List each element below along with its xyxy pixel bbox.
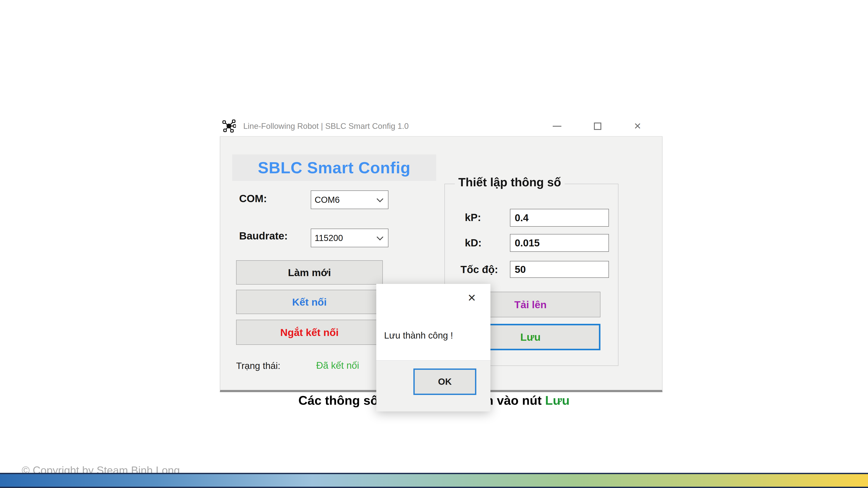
- parameters-group-title: Thiết lập thông số: [455, 175, 565, 189]
- dialog-close-button[interactable]: ✕: [463, 289, 480, 306]
- com-label: COM:: [239, 193, 267, 204]
- ok-button[interactable]: OK: [413, 368, 476, 395]
- dialog-message: Lưu thành công !: [384, 330, 453, 341]
- com-port-select[interactable]: COM6: [311, 190, 389, 209]
- connect-button[interactable]: Kết nối: [236, 290, 383, 314]
- upload-button-label: Tải lên: [514, 299, 547, 311]
- disconnect-button[interactable]: Ngắt kết nối: [236, 320, 383, 345]
- speed-input[interactable]: 50: [510, 261, 609, 278]
- kp-value: 0.4: [510, 212, 529, 224]
- save-success-dialog: ✕ Lưu thành công ! OK: [376, 284, 490, 412]
- footer-gradient-bar: [0, 473, 868, 488]
- app-window: Line-Following Robot | SBLC Smart Config…: [220, 116, 662, 392]
- app-banner-text: SBLC Smart Config: [258, 159, 410, 177]
- kd-label: kD:: [465, 237, 482, 249]
- chevron-down-icon: [376, 234, 383, 240]
- window-title: Line-Following Robot | SBLC Smart Config…: [243, 116, 409, 136]
- speed-value: 50: [510, 263, 526, 275]
- app-banner: SBLC Smart Config: [232, 155, 436, 181]
- maximize-button[interactable]: [588, 116, 608, 136]
- titlebar: Line-Following Robot | SBLC Smart Config…: [220, 116, 662, 136]
- kd-input[interactable]: 0.015: [510, 234, 609, 252]
- ok-button-label: OK: [438, 377, 452, 387]
- window-body: SBLC Smart Config COM: COM6 Baudrate: 11…: [220, 136, 662, 392]
- caption-highlight: Lưu: [545, 393, 569, 407]
- minimize-button[interactable]: [547, 116, 567, 136]
- kd-value: 0.015: [510, 237, 540, 249]
- status-value: Đã kết nối: [316, 360, 359, 371]
- dialog-footer: OK: [376, 360, 490, 412]
- disconnect-button-label: Ngắt kết nối: [280, 326, 339, 338]
- chevron-down-icon: [376, 195, 383, 202]
- baudrate-label: Baudrate:: [239, 230, 288, 242]
- minimize-icon: [553, 126, 561, 127]
- app-molecule-icon: [222, 119, 236, 133]
- save-button-label: Lưu: [520, 331, 540, 343]
- baudrate-select[interactable]: 115200: [311, 229, 389, 247]
- speed-label: Tốc độ:: [461, 263, 498, 275]
- status-label: Trạng thái:: [236, 360, 280, 371]
- kp-input[interactable]: 0.4: [510, 209, 609, 227]
- kp-label: kP:: [465, 212, 481, 223]
- refresh-button-label: Làm mới: [288, 266, 331, 279]
- baudrate-value: 115200: [311, 233, 343, 243]
- connect-button-label: Kết nối: [292, 296, 327, 308]
- maximize-icon: [594, 123, 601, 130]
- close-button[interactable]: ✕: [627, 116, 648, 136]
- refresh-button[interactable]: Làm mới: [236, 260, 383, 285]
- close-icon: ✕: [467, 292, 476, 304]
- close-icon: ✕: [633, 121, 641, 131]
- com-port-value: COM6: [311, 195, 340, 205]
- page: Line-Following Robot | SBLC Smart Config…: [0, 0, 868, 488]
